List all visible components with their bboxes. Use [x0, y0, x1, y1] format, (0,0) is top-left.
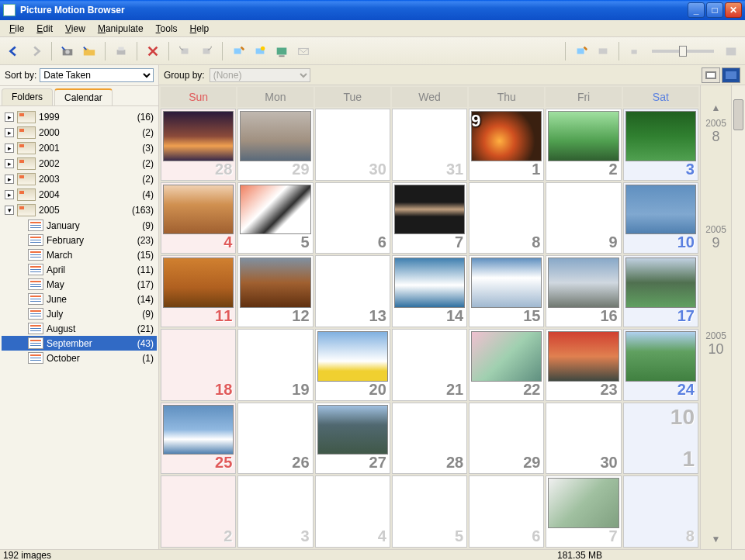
scroll-down-icon[interactable]: ▼: [712, 534, 721, 544]
year-item-1999[interactable]: ▸1999(16): [2, 109, 157, 125]
zoom-slider[interactable]: [652, 50, 714, 53]
calendar-cell[interactable]: 6: [315, 182, 390, 254]
email-button[interactable]: [294, 42, 313, 60]
month-label[interactable]: 20059: [705, 224, 726, 251]
slideshow-button[interactable]: [272, 42, 291, 60]
minimize-button[interactable]: _: [688, 2, 705, 18]
expand-icon[interactable]: ▸: [5, 159, 14, 168]
import-folder-button[interactable]: [80, 42, 99, 60]
menu-view[interactable]: View: [59, 22, 92, 36]
calendar-cell[interactable]: 91: [469, 109, 544, 181]
view-film-button[interactable]: [702, 67, 720, 83]
view-cal-button[interactable]: [722, 67, 740, 83]
back-button[interactable]: [5, 42, 23, 60]
calendar-cell[interactable]: 31: [392, 109, 467, 181]
calendar-cell[interactable]: 26: [237, 403, 313, 475]
expand-icon[interactable]: ▸: [5, 175, 14, 184]
calendar-cell[interactable]: 28: [392, 403, 467, 475]
expand-icon[interactable]: ▸: [5, 190, 14, 199]
calendar-cell[interactable]: 27: [315, 403, 390, 475]
rotate-right-button[interactable]: [197, 42, 216, 60]
calendar-cell[interactable]: 28: [161, 109, 236, 181]
tab-folders[interactable]: Folders: [2, 88, 53, 105]
forward-button[interactable]: [26, 42, 45, 60]
maximize-button[interactable]: □: [706, 2, 723, 18]
expand-icon[interactable]: ▸: [5, 128, 14, 137]
calendar-cell[interactable]: 29: [237, 109, 313, 181]
calendar-cell[interactable]: 5: [237, 182, 313, 254]
expand-icon[interactable]: ▸: [5, 112, 14, 122]
calendar-cell[interactable]: 14: [392, 255, 467, 327]
calendar-cell[interactable]: 4: [161, 182, 236, 254]
group-select[interactable]: (None): [210, 68, 310, 82]
calendar-cell[interactable]: 11: [161, 255, 236, 327]
calendar-cell[interactable]: 13: [315, 255, 390, 327]
expand-icon[interactable]: ▸: [5, 143, 14, 153]
zoom-in-button[interactable]: [722, 42, 740, 60]
year-item-2005[interactable]: ▾2005(163): [2, 202, 157, 218]
calendar-cell[interactable]: 25: [161, 403, 236, 475]
tool-b-button[interactable]: [594, 42, 612, 60]
calendar-cell[interactable]: 15: [469, 255, 544, 327]
import-camera-button[interactable]: [58, 42, 77, 60]
menu-manipulate[interactable]: Manipulate: [92, 22, 150, 36]
year-item-2002[interactable]: ▸2002(2): [2, 156, 157, 171]
sort-select[interactable]: Date Taken: [40, 68, 154, 82]
calendar-cell[interactable]: 12: [237, 255, 313, 327]
calendar-cell[interactable]: 5: [392, 475, 467, 548]
zoom-out-button[interactable]: [625, 42, 644, 60]
delete-button[interactable]: [144, 42, 162, 60]
month-item-may[interactable]: May(17): [2, 277, 157, 292]
calendar-cell[interactable]: 3: [623, 109, 698, 181]
calendar-cell[interactable]: 9: [546, 182, 621, 254]
print-button[interactable]: [112, 42, 130, 60]
year-item-2003[interactable]: ▸2003(2): [2, 171, 157, 187]
month-item-september[interactable]: September(43): [2, 336, 157, 351]
year-item-2001[interactable]: ▸2001(3): [2, 140, 157, 156]
calendar-cell[interactable]: 18: [161, 329, 236, 401]
month-item-february[interactable]: February(23): [2, 233, 157, 247]
calendar-cell[interactable]: 23: [546, 329, 621, 401]
calendar-cell[interactable]: 2: [546, 109, 621, 181]
calendar-cell[interactable]: 30: [546, 403, 621, 475]
calendar-cell[interactable]: 4: [315, 475, 390, 548]
calendar-cell[interactable]: 16: [546, 255, 621, 327]
year-item-2004[interactable]: ▸2004(4): [2, 187, 157, 202]
calendar-cell[interactable]: 7: [546, 475, 621, 548]
calendar-cell[interactable]: 19: [237, 329, 313, 401]
calendar-cell[interactable]: 8: [469, 182, 544, 254]
tab-calendar[interactable]: Calendar: [54, 88, 113, 105]
menu-file[interactable]: File: [3, 22, 30, 36]
calendar-cell[interactable]: 10: [623, 182, 698, 254]
calendar-cell[interactable]: 17: [623, 255, 698, 327]
calendar-cell[interactable]: 6: [469, 475, 544, 548]
month-item-august[interactable]: August(21): [2, 321, 157, 336]
month-label[interactable]: 20058: [705, 118, 726, 145]
edit-button[interactable]: [229, 42, 248, 60]
month-label[interactable]: 200510: [705, 330, 726, 358]
calendar-cell[interactable]: 3: [237, 475, 313, 548]
vertical-scrollbar[interactable]: [731, 85, 745, 549]
month-item-july[interactable]: July(9): [2, 306, 157, 321]
calendar-cell[interactable]: 22: [469, 329, 544, 401]
month-item-january[interactable]: January(9): [2, 218, 157, 233]
calendar-cell[interactable]: 101: [623, 403, 698, 475]
scroll-up-icon[interactable]: ▲: [712, 102, 721, 113]
tool-a-button[interactable]: [572, 42, 591, 60]
month-item-april[interactable]: April(11): [2, 262, 157, 277]
month-item-october[interactable]: October(1): [2, 351, 157, 365]
month-item-june[interactable]: June(14): [2, 292, 157, 306]
collapse-icon[interactable]: ▾: [5, 206, 14, 215]
calendar-cell[interactable]: 2: [161, 475, 236, 548]
rotate-left-button[interactable]: [175, 42, 194, 60]
menu-edit[interactable]: Edit: [30, 22, 59, 36]
calendar-cell[interactable]: 7: [392, 182, 467, 254]
month-item-march[interactable]: March(15): [2, 247, 157, 262]
year-item-2000[interactable]: ▸2000(2): [2, 125, 157, 140]
calendar-cell[interactable]: 30: [315, 109, 390, 181]
calendar-cell[interactable]: 20: [315, 329, 390, 401]
calendar-cell[interactable]: 29: [469, 403, 544, 475]
menu-help[interactable]: Help: [184, 22, 216, 36]
calendar-cell[interactable]: 8: [623, 475, 698, 548]
calendar-cell[interactable]: 24: [623, 329, 698, 401]
